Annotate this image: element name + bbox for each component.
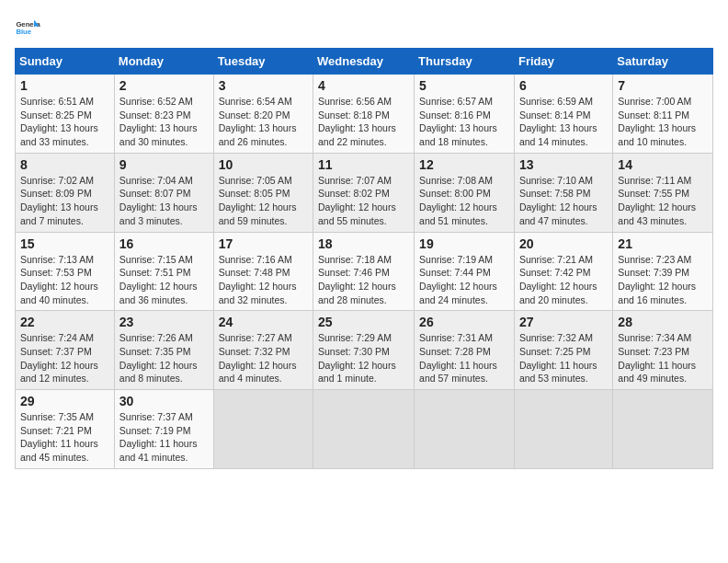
calendar-cell: 20Sunrise: 7:21 AM Sunset: 7:42 PM Dayli…	[514, 232, 612, 311]
day-number: 24	[219, 315, 308, 329]
calendar-cell: 13Sunrise: 7:10 AM Sunset: 7:58 PM Dayli…	[514, 153, 612, 232]
calendar-cell: 28Sunrise: 7:34 AM Sunset: 7:23 PM Dayli…	[613, 311, 713, 390]
day-number: 21	[618, 236, 708, 251]
day-info: Sunrise: 7:10 AM Sunset: 7:58 PM Dayligh…	[519, 174, 608, 228]
calendar-cell: 14Sunrise: 7:11 AM Sunset: 7:55 PM Dayli…	[613, 153, 713, 232]
calendar-header-tuesday: Tuesday	[213, 49, 313, 75]
day-info: Sunrise: 7:08 AM Sunset: 8:00 PM Dayligh…	[419, 174, 509, 228]
day-number: 22	[20, 315, 109, 329]
calendar-cell: 7Sunrise: 7:00 AM Sunset: 8:11 PM Daylig…	[613, 75, 713, 154]
calendar-cell	[213, 390, 313, 469]
day-number: 18	[318, 236, 409, 251]
calendar-week-3: 15Sunrise: 7:13 AM Sunset: 7:53 PM Dayli…	[16, 232, 713, 311]
calendar-cell: 25Sunrise: 7:29 AM Sunset: 7:30 PM Dayli…	[313, 311, 415, 390]
day-info: Sunrise: 7:23 AM Sunset: 7:39 PM Dayligh…	[618, 253, 708, 307]
day-info: Sunrise: 7:26 AM Sunset: 7:35 PM Dayligh…	[119, 331, 209, 385]
day-info: Sunrise: 7:19 AM Sunset: 7:44 PM Dayligh…	[419, 253, 509, 307]
calendar-cell: 24Sunrise: 7:27 AM Sunset: 7:32 PM Dayli…	[213, 311, 313, 390]
day-number: 4	[318, 78, 409, 93]
day-number: 9	[119, 157, 209, 172]
calendar-cell: 29Sunrise: 7:35 AM Sunset: 7:21 PM Dayli…	[16, 390, 115, 469]
calendar-cell	[415, 390, 515, 469]
calendar-cell: 15Sunrise: 7:13 AM Sunset: 7:53 PM Dayli…	[16, 232, 115, 311]
calendar-week-1: 1Sunrise: 6:51 AM Sunset: 8:25 PM Daylig…	[16, 75, 713, 154]
calendar-header-sunday: Sunday	[16, 49, 115, 75]
day-number: 26	[419, 315, 509, 329]
day-number: 10	[219, 157, 308, 172]
calendar-cell: 3Sunrise: 6:54 AM Sunset: 8:20 PM Daylig…	[213, 75, 313, 154]
day-info: Sunrise: 7:37 AM Sunset: 7:19 PM Dayligh…	[119, 410, 209, 465]
day-info: Sunrise: 7:35 AM Sunset: 7:21 PM Dayligh…	[20, 410, 109, 465]
day-number: 16	[119, 236, 209, 251]
day-info: Sunrise: 7:05 AM Sunset: 8:05 PM Dayligh…	[219, 174, 308, 228]
calendar-cell: 30Sunrise: 7:37 AM Sunset: 7:19 PM Dayli…	[114, 390, 213, 469]
calendar-cell: 12Sunrise: 7:08 AM Sunset: 8:00 PM Dayli…	[415, 153, 515, 232]
day-number: 8	[20, 157, 109, 172]
day-info: Sunrise: 6:59 AM Sunset: 8:14 PM Dayligh…	[519, 95, 608, 149]
day-number: 20	[519, 236, 608, 251]
day-info: Sunrise: 7:15 AM Sunset: 7:51 PM Dayligh…	[119, 253, 209, 307]
day-number: 12	[419, 157, 509, 172]
day-info: Sunrise: 7:00 AM Sunset: 8:11 PM Dayligh…	[618, 95, 708, 149]
day-info: Sunrise: 6:51 AM Sunset: 8:25 PM Dayligh…	[20, 95, 109, 149]
day-info: Sunrise: 7:32 AM Sunset: 7:25 PM Dayligh…	[519, 331, 608, 385]
calendar-cell: 18Sunrise: 7:18 AM Sunset: 7:46 PM Dayli…	[313, 232, 415, 311]
day-info: Sunrise: 7:21 AM Sunset: 7:42 PM Dayligh…	[519, 253, 608, 307]
calendar-cell	[514, 390, 612, 469]
calendar-cell: 16Sunrise: 7:15 AM Sunset: 7:51 PM Dayli…	[114, 232, 213, 311]
calendar-cell: 19Sunrise: 7:19 AM Sunset: 7:44 PM Dayli…	[415, 232, 515, 311]
logo-icon: General Blue	[15, 15, 40, 40]
day-number: 28	[618, 315, 708, 329]
day-info: Sunrise: 7:13 AM Sunset: 7:53 PM Dayligh…	[20, 253, 109, 307]
day-info: Sunrise: 7:34 AM Sunset: 7:23 PM Dayligh…	[618, 331, 708, 385]
day-number: 7	[618, 78, 708, 93]
day-info: Sunrise: 6:54 AM Sunset: 8:20 PM Dayligh…	[219, 95, 308, 149]
calendar-cell: 26Sunrise: 7:31 AM Sunset: 7:28 PM Dayli…	[415, 311, 515, 390]
logo: General Blue	[15, 15, 40, 40]
calendar-header-friday: Friday	[514, 49, 612, 75]
day-number: 17	[219, 236, 308, 251]
calendar-cell: 4Sunrise: 6:56 AM Sunset: 8:18 PM Daylig…	[313, 75, 415, 154]
day-info: Sunrise: 7:24 AM Sunset: 7:37 PM Dayligh…	[20, 331, 109, 385]
day-number: 30	[119, 394, 209, 408]
calendar-header-thursday: Thursday	[415, 49, 515, 75]
day-number: 14	[618, 157, 708, 172]
header: General Blue	[15, 15, 713, 40]
day-info: Sunrise: 7:02 AM Sunset: 8:09 PM Dayligh…	[20, 174, 109, 228]
calendar-cell: 17Sunrise: 7:16 AM Sunset: 7:48 PM Dayli…	[213, 232, 313, 311]
day-info: Sunrise: 6:57 AM Sunset: 8:16 PM Dayligh…	[419, 95, 509, 149]
day-info: Sunrise: 7:27 AM Sunset: 7:32 PM Dayligh…	[219, 331, 308, 385]
calendar-cell: 10Sunrise: 7:05 AM Sunset: 8:05 PM Dayli…	[213, 153, 313, 232]
calendar-cell	[613, 390, 713, 469]
day-number: 6	[519, 78, 608, 93]
calendar-table: SundayMondayTuesdayWednesdayThursdayFrid…	[15, 48, 713, 469]
calendar-header-row: SundayMondayTuesdayWednesdayThursdayFrid…	[16, 49, 713, 75]
calendar-header-saturday: Saturday	[613, 49, 713, 75]
calendar-cell: 21Sunrise: 7:23 AM Sunset: 7:39 PM Dayli…	[613, 232, 713, 311]
day-number: 19	[419, 236, 509, 251]
day-info: Sunrise: 7:18 AM Sunset: 7:46 PM Dayligh…	[318, 253, 409, 307]
day-info: Sunrise: 7:31 AM Sunset: 7:28 PM Dayligh…	[419, 331, 509, 385]
day-number: 15	[20, 236, 109, 251]
calendar-cell: 11Sunrise: 7:07 AM Sunset: 8:02 PM Dayli…	[313, 153, 415, 232]
calendar-cell: 9Sunrise: 7:04 AM Sunset: 8:07 PM Daylig…	[114, 153, 213, 232]
calendar-cell: 1Sunrise: 6:51 AM Sunset: 8:25 PM Daylig…	[16, 75, 115, 154]
calendar-cell: 2Sunrise: 6:52 AM Sunset: 8:23 PM Daylig…	[114, 75, 213, 154]
calendar-week-4: 22Sunrise: 7:24 AM Sunset: 7:37 PM Dayli…	[16, 311, 713, 390]
calendar-week-5: 29Sunrise: 7:35 AM Sunset: 7:21 PM Dayli…	[16, 390, 713, 469]
day-info: Sunrise: 7:11 AM Sunset: 7:55 PM Dayligh…	[618, 174, 708, 228]
day-info: Sunrise: 7:16 AM Sunset: 7:48 PM Dayligh…	[219, 253, 308, 307]
day-number: 27	[519, 315, 608, 329]
calendar-cell: 5Sunrise: 6:57 AM Sunset: 8:16 PM Daylig…	[415, 75, 515, 154]
calendar-cell: 27Sunrise: 7:32 AM Sunset: 7:25 PM Dayli…	[514, 311, 612, 390]
day-info: Sunrise: 6:52 AM Sunset: 8:23 PM Dayligh…	[119, 95, 209, 149]
calendar-cell: 22Sunrise: 7:24 AM Sunset: 7:37 PM Dayli…	[16, 311, 115, 390]
calendar-cell: 23Sunrise: 7:26 AM Sunset: 7:35 PM Dayli…	[114, 311, 213, 390]
calendar-cell: 6Sunrise: 6:59 AM Sunset: 8:14 PM Daylig…	[514, 75, 612, 154]
calendar-cell: 8Sunrise: 7:02 AM Sunset: 8:09 PM Daylig…	[16, 153, 115, 232]
calendar-header-wednesday: Wednesday	[313, 49, 415, 75]
day-number: 23	[119, 315, 209, 329]
day-number: 2	[119, 78, 209, 93]
day-number: 5	[419, 78, 509, 93]
day-info: Sunrise: 7:29 AM Sunset: 7:30 PM Dayligh…	[318, 331, 409, 385]
